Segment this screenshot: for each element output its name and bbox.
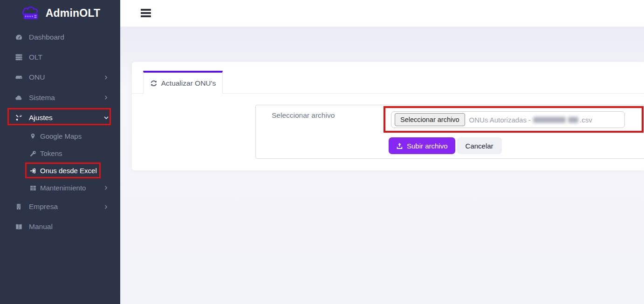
sidebar-item-google-maps[interactable]: Google Maps [0,128,120,145]
main-content: Importar Onus desde Excel Actualizar ONU… [120,27,644,304]
sidebar-item-dashboard[interactable]: Dashboard [0,27,120,47]
cancel-button[interactable]: Cancelar [457,137,502,154]
cloud-icon [14,94,23,101]
file-field-label: Seleccionar archivo [272,111,335,120]
brand-logo-icon [20,5,41,22]
key-icon [29,150,37,157]
sidebar-item-label: Dashboard [29,33,109,41]
chevron-right-icon [103,185,109,191]
file-name-prefix: ONUs Autorizadas - [469,116,531,124]
hdd-icon [14,74,23,81]
table-icon [29,184,37,191]
tab-bar: Actualizar ONU's [132,62,644,94]
file-choose-button[interactable]: Seleccionar archivo [395,113,465,126]
sidebar-item-ajustes[interactable]: Ajustes [0,108,120,128]
sidebar-item-label: ONU [29,73,103,81]
sidebar-item-label: Ajustes [29,114,103,122]
book-icon [14,223,23,230]
upload-button-label: Subir archivo [407,142,448,150]
sidebar-item-mantenimiento[interactable]: Mantenimiento [0,179,120,196]
hamburger-menu-icon[interactable] [141,9,151,17]
sidebar-item-label: Sistema [29,94,103,102]
sidebar-item-label: Manual [29,223,109,231]
sidebar-item-sistema[interactable]: Sistema [0,88,120,108]
app-window: AdminOLT Dashboard OLT ONU [0,0,644,304]
sidebar-item-label: Tokens [40,149,109,157]
chevron-right-icon [103,204,109,209]
chevron-right-icon [103,74,109,80]
dashboard-icon [14,34,23,41]
sign-in-icon [29,167,37,174]
sidebar-item-label: Onus desde Excel [40,167,109,175]
tab-actualizar-onus[interactable]: Actualizar ONU's [143,71,223,94]
redacted-filename-segment [568,117,578,123]
upload-form-panel: Seleccionar archivo Seleccionar archivo … [255,105,644,159]
tab-label: Actualizar ONU's [161,79,216,88]
building-icon [14,203,23,210]
sidebar-item-label: OLT [29,53,109,61]
file-name-suffix: .csv [580,116,592,124]
topbar [120,0,644,27]
form-actions: Subir archivo Cancelar [389,137,502,154]
server-icon [14,54,23,61]
chevron-down-icon [103,115,109,121]
sidebar-item-label: Google Maps [40,132,109,140]
chevron-right-icon [103,95,109,101]
sidebar: AdminOLT Dashboard OLT ONU [0,0,120,304]
sidebar-item-onus-desde-excel[interactable]: Onus desde Excel [0,162,120,179]
sidebar-item-tokens[interactable]: Tokens [0,145,120,162]
file-input[interactable]: Seleccionar archivo ONUs Autorizadas - .… [391,111,625,128]
sidebar-item-manual[interactable]: Manual [0,217,120,237]
tools-icon [14,114,23,122]
upload-button[interactable]: Subir archivo [389,137,455,154]
upload-icon [396,142,403,149]
refresh-icon [150,80,158,87]
file-name: ONUs Autorizadas - .csv [469,116,592,124]
sidebar-nav: Dashboard OLT ONU [0,27,120,237]
annotation-box-file-input: Seleccionar archivo ONUs Autorizadas - .… [384,106,644,133]
sidebar-item-empresa[interactable]: Empresa [0,196,120,216]
brand-title: AdminOLT [46,7,100,20]
sidebar-item-olt[interactable]: OLT [0,47,120,67]
import-card: Actualizar ONU's Seleccionar archivo Sel… [132,62,644,170]
sidebar-item-label: Empresa [29,203,103,211]
map-marker-icon [29,133,37,140]
brand[interactable]: AdminOLT [0,0,120,27]
redacted-filename-segment [533,117,566,123]
sidebar-item-onu[interactable]: ONU [0,68,120,88]
sidebar-item-label: Mantenimiento [40,184,103,192]
